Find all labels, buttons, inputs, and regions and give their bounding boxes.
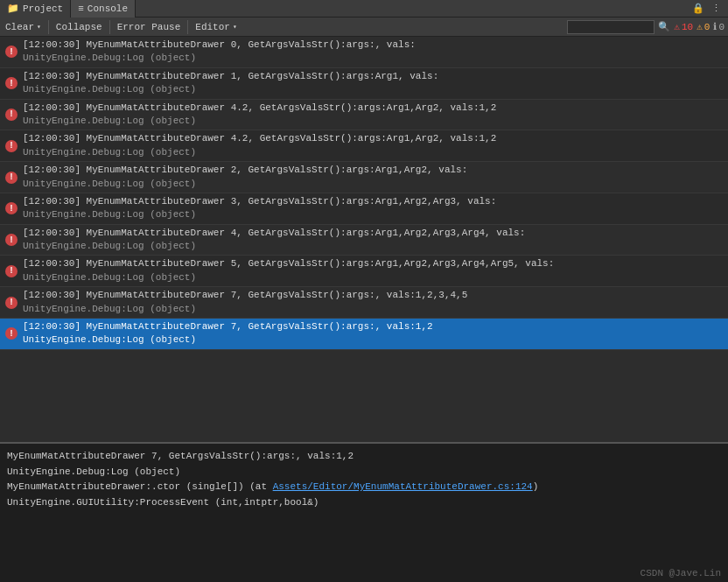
log-row[interactable]: ![12:00:30] MyEnumMatAttributeDrawer 7, …	[0, 319, 728, 350]
error-pause-button[interactable]: Error Pause	[112, 18, 186, 37]
log-line2: UnityEngine.Debug:Log (object)	[23, 178, 724, 191]
separator-2	[109, 20, 110, 34]
log-row[interactable]: ![12:00:30] MyEnumMatAttributeDrawer 7, …	[0, 287, 728, 319]
search-input[interactable]	[567, 20, 654, 34]
tab-bar: 📁 Project ≡ Console 🔒 ⋮	[0, 0, 728, 18]
warn-badge-count: 0	[704, 22, 710, 32]
log-line2: UnityEngine.Debug:Log (object)	[23, 146, 724, 159]
log-line2: UnityEngine.Debug:Log (object)	[23, 333, 724, 347]
lock-button[interactable]: 🔒	[690, 3, 706, 14]
error-badge[interactable]: ⚠ 10	[674, 21, 693, 32]
log-line2: UnityEngine.Debug:Log (object)	[23, 115, 724, 128]
detail-line3-prefix: MyEnumMatAttributeDrawer:.ctor (single[]…	[7, 481, 273, 492]
menu-button[interactable]: ⋮	[710, 3, 723, 14]
error-icon: !	[4, 138, 19, 154]
error-icon: !	[4, 75, 19, 91]
detail-line3: MyEnumMatAttributeDrawer:.ctor (single[]…	[7, 480, 721, 495]
log-line2: UnityEngine.Debug:Log (object)	[23, 303, 724, 316]
project-folder-icon: 📁	[7, 3, 19, 14]
warn-badge-icon: ⚠	[696, 21, 703, 32]
log-line1: [12:00:30] MyEnumMatAttributeDrawer 7, G…	[23, 320, 724, 333]
editor-label: Editor	[195, 22, 230, 32]
detail-line3-link[interactable]: Assets/Editor/MyEnumMatAttributeDrawer.c…	[273, 481, 533, 492]
toolbar: Clear ▾ Collapse Error Pause Editor ▾ 🔍 …	[0, 18, 728, 37]
log-row[interactable]: ![12:00:30] MyEnumMatAttributeDrawer 4.2…	[0, 130, 728, 162]
detail-panel: MyEnumMatAttributeDrawer 7, GetArgsValsS…	[0, 442, 728, 582]
log-line1: [12:00:30] MyEnumMatAttributeDrawer 1, G…	[23, 70, 724, 83]
toolbar-search: 🔍	[567, 20, 674, 34]
log-line2: UnityEngine.Debug:Log (object)	[23, 52, 724, 65]
log-row[interactable]: ![12:00:30] MyEnumMatAttributeDrawer 5, …	[0, 256, 728, 287]
error-icon: !	[4, 295, 19, 311]
tab-project-label: Project	[23, 4, 63, 14]
log-row[interactable]: ![12:00:30] MyEnumMatAttributeDrawer 0, …	[0, 37, 728, 68]
log-line1: [12:00:30] MyEnumMatAttributeDrawer 4.2,…	[23, 102, 724, 115]
log-row[interactable]: ![12:00:30] MyEnumMatAttributeDrawer 2, …	[0, 162, 728, 193]
log-line1: [12:00:30] MyEnumMatAttributeDrawer 7, G…	[23, 289, 724, 302]
tab-console[interactable]: ≡ Console	[71, 0, 136, 18]
editor-button[interactable]: Editor ▾	[190, 18, 242, 37]
log-area: ![12:00:30] MyEnumMatAttributeDrawer 0, …	[0, 37, 728, 442]
clear-button[interactable]: Clear ▾	[0, 18, 46, 37]
log-line1: [12:00:30] MyEnumMatAttributeDrawer 5, G…	[23, 257, 724, 270]
tab-console-label: Console	[88, 4, 128, 14]
error-icon: !	[4, 170, 19, 186]
error-badge-icon: ⚠	[674, 21, 680, 32]
log-line1: [12:00:30] MyEnumMatAttributeDrawer 2, G…	[23, 164, 724, 177]
warn-badge[interactable]: ⚠ 0	[696, 21, 710, 32]
separator-3	[187, 20, 188, 34]
error-badge-count: 10	[682, 22, 693, 32]
detail-line2: UnityEngine.Debug:Log (object)	[7, 465, 721, 480]
badge-group: ⚠ 10 ⚠ 0 ℹ 0	[674, 21, 728, 32]
error-icon: !	[4, 326, 19, 341]
log-row[interactable]: ![12:00:30] MyEnumMatAttributeDrawer 4.2…	[0, 100, 728, 131]
log-line2: UnityEngine.Debug:Log (object)	[23, 83, 724, 96]
info-badge-count: 0	[718, 22, 724, 32]
console-icon: ≡	[78, 4, 84, 14]
separator-1	[48, 20, 49, 34]
log-line1: [12:00:30] MyEnumMatAttributeDrawer 3, G…	[23, 195, 724, 208]
clear-chevron-icon: ▾	[37, 23, 41, 31]
log-row[interactable]: ![12:00:30] MyEnumMatAttributeDrawer 1, …	[0, 68, 728, 100]
error-icon: !	[4, 44, 19, 60]
error-pause-label: Error Pause	[117, 22, 181, 32]
collapse-label: Collapse	[56, 22, 102, 32]
tab-project[interactable]: 📁 Project	[0, 0, 71, 18]
detail-line1: MyEnumMatAttributeDrawer 7, GetArgsValsS…	[7, 449, 721, 465]
log-line1: [12:00:30] MyEnumMatAttributeDrawer 4, G…	[23, 227, 724, 240]
error-icon: !	[4, 263, 19, 279]
editor-chevron-icon: ▾	[233, 23, 237, 31]
info-badge[interactable]: ℹ 0	[713, 21, 724, 32]
clear-label: Clear	[5, 22, 34, 32]
error-icon: !	[4, 107, 19, 123]
log-line1: [12:00:30] MyEnumMatAttributeDrawer 0, G…	[23, 39, 724, 52]
error-icon: !	[4, 232, 19, 248]
detail-line3-suffix: )	[533, 481, 539, 492]
detail-line4: UnityEngine.GUIUtility:ProcessEvent (int…	[7, 495, 721, 511]
collapse-button[interactable]: Collapse	[51, 18, 108, 37]
log-line2: UnityEngine.Debug:Log (object)	[23, 208, 724, 221]
log-row[interactable]: ![12:00:30] MyEnumMatAttributeDrawer 3, …	[0, 193, 728, 225]
info-badge-icon: ℹ	[713, 21, 717, 32]
log-line1: [12:00:30] MyEnumMatAttributeDrawer 4.2,…	[23, 132, 724, 145]
tab-bar-icons: 🔒 ⋮	[690, 3, 728, 14]
log-row[interactable]: ![12:00:30] MyEnumMatAttributeDrawer 4, …	[0, 225, 728, 256]
search-icon: 🔍	[658, 21, 670, 32]
error-icon: !	[4, 200, 19, 216]
log-line2: UnityEngine.Debug:Log (object)	[23, 240, 724, 253]
log-line2: UnityEngine.Debug:Log (object)	[23, 271, 724, 284]
